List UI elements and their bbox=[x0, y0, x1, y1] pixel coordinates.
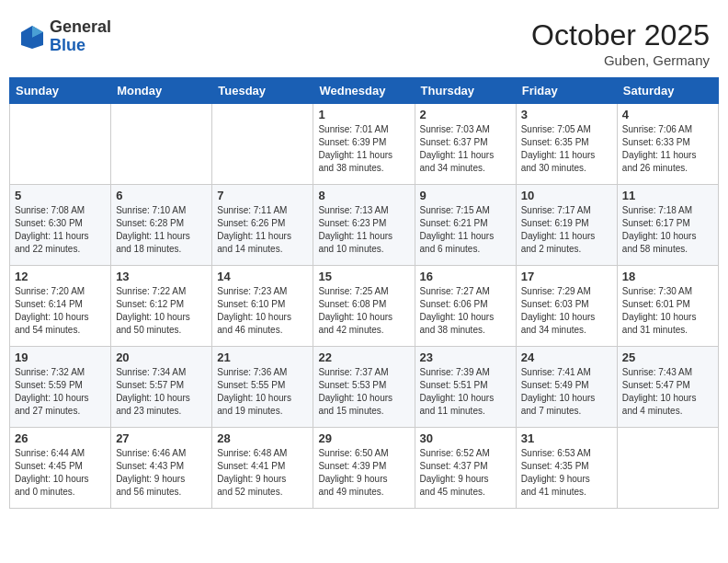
calendar-cell: 26Sunrise: 6:44 AM Sunset: 4:45 PM Dayli… bbox=[10, 428, 111, 509]
calendar-cell: 23Sunrise: 7:39 AM Sunset: 5:51 PM Dayli… bbox=[415, 347, 516, 428]
day-number: 9 bbox=[420, 189, 511, 202]
day-number: 14 bbox=[217, 270, 308, 283]
calendar-cell bbox=[212, 104, 313, 185]
day-number: 26 bbox=[15, 431, 106, 445]
day-number: 17 bbox=[521, 270, 612, 283]
weekday-header-sunday: Sunday bbox=[10, 78, 111, 104]
calendar-cell: 13Sunrise: 7:22 AM Sunset: 6:12 PM Dayli… bbox=[111, 266, 212, 347]
day-info: Sunrise: 7:23 AM Sunset: 6:10 PM Dayligh… bbox=[217, 285, 308, 337]
weekday-header-monday: Monday bbox=[111, 78, 212, 104]
day-number: 13 bbox=[116, 270, 207, 283]
calendar-cell: 18Sunrise: 7:30 AM Sunset: 6:01 PM Dayli… bbox=[617, 266, 718, 347]
day-number: 16 bbox=[420, 270, 511, 283]
calendar-cell: 31Sunrise: 6:53 AM Sunset: 4:35 PM Dayli… bbox=[516, 428, 617, 509]
calendar-cell: 24Sunrise: 7:41 AM Sunset: 5:49 PM Dayli… bbox=[516, 347, 617, 428]
day-number: 30 bbox=[420, 431, 511, 445]
calendar-cell: 17Sunrise: 7:29 AM Sunset: 6:03 PM Dayli… bbox=[516, 266, 617, 347]
day-number: 2 bbox=[420, 108, 511, 121]
day-info: Sunrise: 7:03 AM Sunset: 6:37 PM Dayligh… bbox=[420, 123, 511, 175]
logo-blue: Blue bbox=[50, 36, 85, 54]
day-info: Sunrise: 7:27 AM Sunset: 6:06 PM Dayligh… bbox=[420, 285, 511, 337]
day-info: Sunrise: 7:10 AM Sunset: 6:28 PM Dayligh… bbox=[116, 204, 207, 256]
day-info: Sunrise: 7:41 AM Sunset: 5:49 PM Dayligh… bbox=[521, 366, 612, 418]
day-number: 15 bbox=[318, 270, 409, 283]
day-info: Sunrise: 7:36 AM Sunset: 5:55 PM Dayligh… bbox=[217, 366, 308, 418]
week-row-5: 26Sunrise: 6:44 AM Sunset: 4:45 PM Dayli… bbox=[10, 428, 719, 509]
calendar-cell: 21Sunrise: 7:36 AM Sunset: 5:55 PM Dayli… bbox=[212, 347, 313, 428]
day-info: Sunrise: 7:39 AM Sunset: 5:51 PM Dayligh… bbox=[420, 366, 511, 418]
day-number: 6 bbox=[116, 189, 207, 202]
day-info: Sunrise: 7:20 AM Sunset: 6:14 PM Dayligh… bbox=[15, 285, 106, 337]
logo: General Blue bbox=[18, 18, 111, 55]
calendar-cell: 1Sunrise: 7:01 AM Sunset: 6:39 PM Daylig… bbox=[313, 104, 415, 185]
calendar-cell: 12Sunrise: 7:20 AM Sunset: 6:14 PM Dayli… bbox=[10, 266, 111, 347]
weekday-header-friday: Friday bbox=[516, 78, 617, 104]
weekday-header-tuesday: Tuesday bbox=[212, 78, 313, 104]
location-title: Guben, Germany bbox=[531, 52, 710, 68]
day-info: Sunrise: 7:06 AM Sunset: 6:33 PM Dayligh… bbox=[622, 123, 713, 175]
week-row-3: 12Sunrise: 7:20 AM Sunset: 6:14 PM Dayli… bbox=[10, 266, 719, 347]
day-info: Sunrise: 6:48 AM Sunset: 4:41 PM Dayligh… bbox=[217, 447, 308, 499]
weekday-header-saturday: Saturday bbox=[617, 78, 718, 104]
day-info: Sunrise: 7:17 AM Sunset: 6:19 PM Dayligh… bbox=[521, 204, 612, 256]
calendar-cell: 4Sunrise: 7:06 AM Sunset: 6:33 PM Daylig… bbox=[617, 104, 718, 185]
logo-general: General bbox=[50, 17, 111, 36]
day-info: Sunrise: 7:30 AM Sunset: 6:01 PM Dayligh… bbox=[622, 285, 713, 337]
day-info: Sunrise: 6:50 AM Sunset: 4:39 PM Dayligh… bbox=[318, 447, 409, 499]
calendar-cell bbox=[617, 428, 718, 509]
day-info: Sunrise: 6:44 AM Sunset: 4:45 PM Dayligh… bbox=[15, 447, 106, 499]
calendar-cell: 3Sunrise: 7:05 AM Sunset: 6:35 PM Daylig… bbox=[516, 104, 617, 185]
day-info: Sunrise: 7:32 AM Sunset: 5:59 PM Dayligh… bbox=[15, 366, 106, 418]
week-row-4: 19Sunrise: 7:32 AM Sunset: 5:59 PM Dayli… bbox=[10, 347, 719, 428]
day-info: Sunrise: 7:43 AM Sunset: 5:47 PM Dayligh… bbox=[622, 366, 713, 418]
day-number: 8 bbox=[318, 189, 409, 202]
day-number: 18 bbox=[622, 270, 713, 283]
month-title: October 2025 bbox=[531, 18, 710, 52]
calendar-cell: 9Sunrise: 7:15 AM Sunset: 6:21 PM Daylig… bbox=[415, 185, 516, 266]
week-row-1: 1Sunrise: 7:01 AM Sunset: 6:39 PM Daylig… bbox=[10, 104, 719, 185]
day-number: 3 bbox=[521, 108, 612, 121]
day-number: 5 bbox=[15, 189, 106, 202]
day-info: Sunrise: 7:22 AM Sunset: 6:12 PM Dayligh… bbox=[116, 285, 207, 337]
day-info: Sunrise: 6:46 AM Sunset: 4:43 PM Dayligh… bbox=[116, 447, 207, 499]
day-info: Sunrise: 7:08 AM Sunset: 6:30 PM Dayligh… bbox=[15, 204, 106, 256]
day-info: Sunrise: 7:25 AM Sunset: 6:08 PM Dayligh… bbox=[318, 285, 409, 337]
day-info: Sunrise: 7:34 AM Sunset: 5:57 PM Dayligh… bbox=[116, 366, 207, 418]
day-info: Sunrise: 7:05 AM Sunset: 6:35 PM Dayligh… bbox=[521, 123, 612, 175]
day-info: Sunrise: 7:13 AM Sunset: 6:23 PM Dayligh… bbox=[318, 204, 409, 256]
calendar-cell bbox=[10, 104, 111, 185]
calendar-cell: 15Sunrise: 7:25 AM Sunset: 6:08 PM Dayli… bbox=[313, 266, 415, 347]
calendar-cell: 25Sunrise: 7:43 AM Sunset: 5:47 PM Dayli… bbox=[617, 347, 718, 428]
calendar-cell: 20Sunrise: 7:34 AM Sunset: 5:57 PM Dayli… bbox=[111, 347, 212, 428]
day-info: Sunrise: 7:29 AM Sunset: 6:03 PM Dayligh… bbox=[521, 285, 612, 337]
calendar-cell: 14Sunrise: 7:23 AM Sunset: 6:10 PM Dayli… bbox=[212, 266, 313, 347]
calendar-cell: 7Sunrise: 7:11 AM Sunset: 6:26 PM Daylig… bbox=[212, 185, 313, 266]
day-number: 31 bbox=[521, 431, 612, 445]
weekday-header-thursday: Thursday bbox=[415, 78, 516, 104]
day-number: 1 bbox=[318, 108, 409, 121]
title-block: October 2025 Guben, Germany bbox=[531, 18, 710, 68]
calendar-cell: 22Sunrise: 7:37 AM Sunset: 5:53 PM Dayli… bbox=[313, 347, 415, 428]
day-number: 7 bbox=[217, 189, 308, 202]
weekday-header-row: SundayMondayTuesdayWednesdayThursdayFrid… bbox=[10, 78, 719, 104]
day-number: 23 bbox=[420, 350, 511, 364]
calendar-cell: 11Sunrise: 7:18 AM Sunset: 6:17 PM Dayli… bbox=[617, 185, 718, 266]
logo-text: General Blue bbox=[50, 18, 111, 55]
calendar-cell: 5Sunrise: 7:08 AM Sunset: 6:30 PM Daylig… bbox=[10, 185, 111, 266]
calendar-table: SundayMondayTuesdayWednesdayThursdayFrid… bbox=[9, 77, 719, 509]
day-number: 28 bbox=[217, 431, 308, 445]
day-info: Sunrise: 7:37 AM Sunset: 5:53 PM Dayligh… bbox=[318, 366, 409, 418]
calendar-header: General Blue October 2025 Guben, Germany bbox=[9, 9, 719, 73]
calendar-cell: 16Sunrise: 7:27 AM Sunset: 6:06 PM Dayli… bbox=[415, 266, 516, 347]
day-number: 11 bbox=[622, 189, 713, 202]
calendar-cell bbox=[111, 104, 212, 185]
calendar-cell: 2Sunrise: 7:03 AM Sunset: 6:37 PM Daylig… bbox=[415, 104, 516, 185]
day-number: 27 bbox=[116, 431, 207, 445]
day-number: 10 bbox=[521, 189, 612, 202]
day-number: 24 bbox=[521, 350, 612, 364]
day-number: 21 bbox=[217, 350, 308, 364]
day-info: Sunrise: 7:18 AM Sunset: 6:17 PM Dayligh… bbox=[622, 204, 713, 256]
day-info: Sunrise: 6:52 AM Sunset: 4:37 PM Dayligh… bbox=[420, 447, 511, 499]
calendar-cell: 8Sunrise: 7:13 AM Sunset: 6:23 PM Daylig… bbox=[313, 185, 415, 266]
day-number: 22 bbox=[318, 350, 409, 364]
